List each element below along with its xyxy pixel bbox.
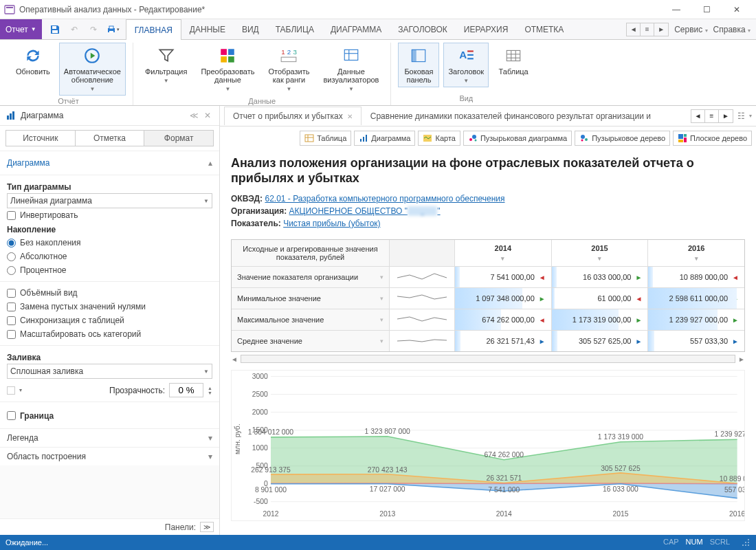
side-panel-title: Диаграмма [21, 111, 187, 120]
ribbon-btn-auto-update[interactable]: Автоматическоеобновление▼ [59, 43, 126, 96]
svg-text:1 304 012 000: 1 304 012 000 [248, 428, 293, 436]
fill-label: Заливка [7, 350, 212, 364]
funnel-icon[interactable]: ▾ [380, 274, 383, 280]
fill-select[interactable]: Сплошная заливка▼ [7, 364, 212, 379]
opacity-down[interactable]: ▼ [208, 390, 212, 395]
funnel-icon[interactable]: ▾ [380, 295, 383, 302]
panels-next[interactable]: ≫ [200, 522, 214, 532]
ribbon-tab-2[interactable]: ВИД [234, 19, 267, 39]
ribbon-tab-3[interactable]: ТАБЛИЦА [267, 19, 322, 39]
view-btn-2[interactable]: Карта [418, 131, 460, 146]
document-tabs: Отчет о прибылях и убытках✕Сравнение дин… [220, 106, 756, 126]
menu-bar: Отчет▼ ↶ ↷ ▾ ГЛАВНАЯДАННЫЕВИДТАБЛИЦАДИАГ… [0, 19, 756, 40]
window-close[interactable]: ✕ [722, 0, 752, 19]
svg-text:1000: 1000 [252, 444, 268, 452]
doc-tab-0[interactable]: Отчет о прибылях и убытках✕ [224, 107, 362, 125]
sidepanel-tab-0[interactable]: Источник [5, 130, 76, 146]
ribbon-tab-1[interactable]: ДАННЫЕ [181, 19, 234, 39]
ribbon-btn-refresh[interactable]: Обновить [11, 43, 55, 79]
status-bar: Ожидание... CAP NUM SCRL [0, 535, 756, 550]
app-icon [4, 4, 15, 15]
svg-rect-9 [221, 49, 227, 55]
nav-chips[interactable]: ◄≡► [626, 23, 669, 36]
accordion-legend[interactable]: Легенда▾ [0, 428, 219, 447]
section-diagram-header[interactable]: Диаграмма [7, 158, 49, 168]
radio-accum-2[interactable]: Процентное [7, 263, 212, 277]
ribbon-btn-table[interactable]: Таблица [493, 43, 534, 79]
ribbon-btn-asranks[interactable]: 123Отобразитькак ранги▼ [264, 43, 315, 96]
ribbon-tab-0[interactable]: ГЛАВНАЯ [126, 19, 181, 40]
ribbon-group-label: Вид [459, 93, 473, 105]
radio-accum-1[interactable]: Абсолютное [7, 250, 212, 263]
table-cell: 557 033,30► [648, 331, 744, 351]
chart-type-select[interactable]: Линейная диаграмма▼ [7, 193, 212, 208]
doc-tab-1[interactable]: Сравнение динамики показателей финансово… [362, 107, 660, 125]
indicator-label: Показатель: [231, 219, 281, 228]
ribbon-tab-5[interactable]: ЗАГОЛОВОК [390, 19, 455, 39]
print-icon[interactable]: ▾ [104, 21, 122, 38]
funnel-icon[interactable]: ▾ [380, 338, 383, 344]
org-link[interactable]: АКЦИОНЕРНОЕ ОБЩЕСТВО " " [289, 206, 441, 216]
svg-rect-16 [282, 57, 297, 62]
sidepanel-tab-2[interactable]: Формат [144, 130, 214, 146]
side-panel-close[interactable]: ✕ [201, 111, 214, 120]
funnel-icon[interactable]: ▾ [598, 255, 601, 262]
doc-nav-chips[interactable]: ◄≡► [691, 109, 733, 123]
check-opt-0[interactable]: Объёмный вид [7, 286, 212, 300]
ribbon-btn-side-panel[interactable]: Боковаяпанель [398, 43, 439, 87]
ribbon-btn-header[interactable]: AЗаголовок▼ [443, 43, 489, 87]
redo-icon[interactable]: ↷ [85, 21, 102, 38]
ribbon-tab-7[interactable]: ОТМЕТКА [516, 19, 572, 39]
ribbon-btn-visualizers[interactable]: Данныевизуализаторов▼ [318, 43, 383, 96]
svg-rect-12 [229, 56, 235, 63]
funnel-icon[interactable]: ▾ [380, 316, 383, 323]
table-scrollbar[interactable]: ◄► [231, 355, 745, 363]
svg-point-88 [748, 539, 749, 540]
window-title: Оперативный анализ данных - Редактирован… [19, 5, 661, 14]
layout-icon[interactable]: ☷ [737, 111, 745, 121]
check-opt-3[interactable]: Масштабировать ось категорий [7, 327, 212, 341]
check-invert[interactable]: Инвертировать [7, 208, 212, 222]
ribbon-btn-filter[interactable]: Фильтрация▼ [140, 43, 192, 87]
save-icon[interactable] [46, 21, 64, 38]
table-year-head[interactable]: 2016▾ [648, 240, 744, 266]
check-opt-1[interactable]: Замена пустых значений нулями [7, 300, 212, 314]
undo-icon[interactable]: ↶ [65, 21, 83, 38]
view-btn-3[interactable]: Пузырьковая диаграмма [463, 131, 572, 146]
funnel-icon[interactable]: ▾ [695, 255, 698, 262]
close-icon[interactable]: ✕ [347, 113, 353, 120]
window-minimize[interactable]: ― [661, 0, 691, 19]
svg-text:1 239 927 000: 1 239 927 000 [715, 430, 744, 438]
view-btn-5[interactable]: Плоское дерево [673, 131, 752, 146]
view-btn-4[interactable]: Пузырьковое дерево [575, 131, 670, 146]
side-panel-collapse[interactable]: ≪ [187, 111, 201, 120]
ribbon-tab-4[interactable]: ДИАГРАММА [322, 19, 390, 39]
opacity-up[interactable]: ▲ [208, 386, 212, 390]
header-icon: A [456, 46, 476, 65]
table-year-head[interactable]: 2015▾ [552, 240, 649, 266]
okved-link[interactable]: 62.01 - Разработка компьютерного програм… [265, 194, 504, 204]
check-border[interactable]: Граница [7, 406, 212, 424]
window-maximize[interactable]: ☐ [691, 0, 722, 19]
color-swatch[interactable] [7, 386, 15, 395]
table-year-head[interactable]: 2014▾ [455, 240, 552, 266]
table-cell: 26 321 571,43► [455, 331, 552, 351]
menu-help[interactable]: Справка ▾ [713, 25, 751, 34]
view-btn-0[interactable]: Таблица [300, 131, 351, 146]
check-opt-2[interactable]: Синхронизация с таблицей [7, 314, 212, 327]
opacity-input[interactable] [169, 383, 203, 397]
radio-accum-0[interactable]: Без накопления [7, 236, 212, 250]
chevron-up-icon[interactable]: ▴ [208, 158, 212, 168]
accordion-plot-area[interactable]: Область построения▾ [0, 447, 219, 465]
menu-service[interactable]: Сервис ▾ [674, 25, 707, 34]
ribbon-btn-transform[interactable]: Преобразоватьданные▼ [196, 43, 259, 96]
report-menu[interactable]: Отчет▼ [0, 19, 42, 39]
indicator-link[interactable]: Чистая прибыль (убыток) [283, 219, 380, 228]
table-row-label: Максимальное значение▾ [232, 309, 390, 330]
svg-rect-39 [366, 135, 367, 142]
view-btn-1[interactable]: Диаграмма [354, 131, 415, 146]
funnel-icon[interactable]: ▾ [501, 255, 504, 262]
sidepanel-tab-1[interactable]: Отметка [76, 130, 145, 146]
ribbon-tab-6[interactable]: ИЕРАРХИЯ [456, 19, 517, 39]
chart: -500050010001500200025003000млн. руб.201… [231, 370, 745, 521]
